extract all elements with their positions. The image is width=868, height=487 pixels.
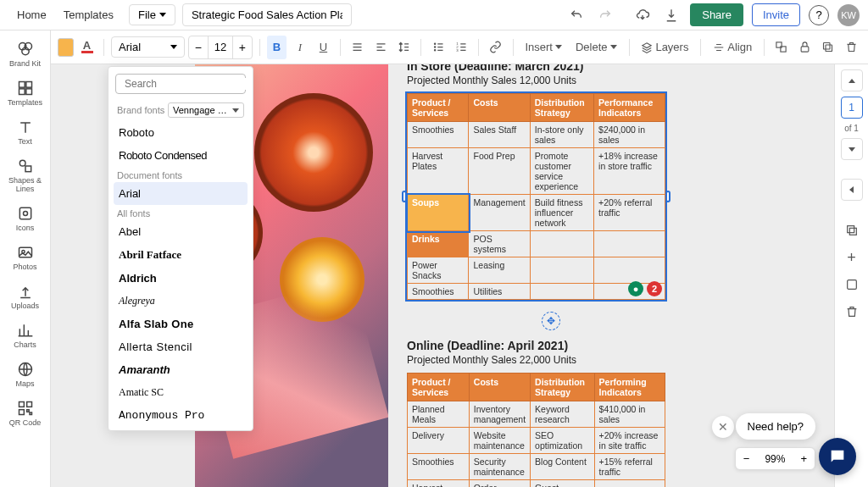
sidebar-qr[interactable]: QR Code	[0, 395, 50, 432]
zoom-in-button[interactable]: +	[793, 448, 815, 469]
td[interactable]: $410,000 in sales	[594, 401, 665, 428]
td[interactable]: +20% increase in site traffic	[594, 428, 665, 454]
td[interactable]: Delivery	[408, 428, 470, 454]
font-option[interactable]: Abel	[108, 220, 253, 243]
font-option[interactable]: Roboto Condensed	[108, 144, 253, 167]
group-icon[interactable]	[771, 36, 791, 59]
help-close-button[interactable]: ✕	[712, 416, 734, 438]
td[interactable]: Planned Meals	[408, 401, 470, 428]
fill-color-swatch[interactable]	[58, 38, 74, 57]
link-icon[interactable]	[486, 36, 505, 59]
sidebar-brand-kit[interactable]: Brand Kit	[0, 36, 50, 73]
td[interactable]: Smoothies	[408, 284, 469, 300]
td[interactable]: Smoothies	[408, 122, 469, 148]
decrease-size-button[interactable]: −	[189, 36, 208, 58]
copy-icon[interactable]	[818, 36, 837, 59]
td[interactable]: Food Prep	[469, 148, 530, 195]
td[interactable]: Management	[469, 195, 530, 231]
td[interactable]: +20% referral traffic	[594, 195, 665, 231]
underline-button[interactable]: U	[314, 36, 333, 59]
td[interactable]: In-store only sales	[530, 122, 593, 148]
sidebar-charts[interactable]: Charts	[0, 317, 50, 354]
td[interactable]: Order management	[469, 480, 530, 488]
help-pill[interactable]: Need help?	[736, 413, 816, 440]
td[interactable]: +15% referral traffic	[594, 454, 665, 480]
td[interactable]	[594, 257, 665, 284]
layers-menu[interactable]: Layers	[636, 37, 693, 57]
td[interactable]: SEO optimization	[531, 428, 594, 454]
zoom-out-button[interactable]: −	[736, 448, 758, 469]
td[interactable]: Sales Staff	[469, 122, 530, 148]
align-horizontal-icon[interactable]	[348, 36, 367, 59]
td[interactable]: Inventory management	[469, 401, 530, 428]
font-option[interactable]: Roboto	[108, 121, 253, 144]
copy-page-button[interactable]	[841, 219, 863, 241]
collapse-rail-button[interactable]	[841, 179, 863, 201]
td-selected[interactable]: Soups	[408, 195, 469, 231]
font-family-dropdown[interactable]: Brand fonts Venngage B… Roboto Roboto Co…	[108, 66, 253, 431]
italic-button[interactable]: I	[290, 36, 309, 59]
table-online[interactable]: Product / ServicesCostsDistribution Stra…	[407, 373, 665, 487]
td[interactable]	[594, 480, 665, 488]
add-page-button[interactable]: +	[841, 246, 863, 268]
font-size-input[interactable]	[208, 36, 233, 58]
lock-icon[interactable]	[795, 36, 815, 59]
td[interactable]: Smoothies	[408, 454, 470, 480]
share-button[interactable]: Share	[690, 3, 743, 26]
brand-kit-select[interactable]: Venngage B…	[168, 102, 244, 118]
sidebar-shapes[interactable]: Shapes & Lines	[0, 152, 50, 198]
font-option[interactable]: Aldrich	[108, 267, 253, 290]
list-number-icon[interactable]: 123	[452, 36, 471, 59]
menu-templates[interactable]: Templates	[55, 3, 122, 26]
chat-fab[interactable]	[819, 438, 856, 475]
font-option[interactable]: Alfa Slab One	[108, 313, 253, 335]
trash-icon[interactable]	[842, 36, 861, 59]
sidebar-maps[interactable]: Maps	[0, 356, 50, 393]
td[interactable]: Drinks	[408, 231, 469, 257]
td[interactable]	[530, 257, 593, 284]
table-instore[interactable]: Product / ServicesCostsDistribution Stra…	[407, 93, 665, 300]
sidebar-text[interactable]: Text	[0, 113, 50, 151]
font-option-selected[interactable]: Arial	[114, 182, 248, 205]
menu-home[interactable]: Home	[8, 3, 55, 26]
increase-size-button[interactable]: +	[233, 36, 252, 58]
font-family-select[interactable]: Arial	[111, 36, 185, 58]
invite-button[interactable]: Invite	[752, 3, 800, 26]
td[interactable]: POS systems	[469, 231, 530, 257]
bold-button[interactable]: B	[267, 36, 287, 59]
align-menu[interactable]: Align	[708, 37, 757, 57]
list-bullet-icon[interactable]	[428, 36, 448, 59]
sidebar-photos[interactable]: Photos	[0, 239, 50, 276]
font-option[interactable]: Allerta Stencil	[108, 335, 253, 358]
td[interactable]: +18% increase in store traffic	[594, 148, 665, 195]
redo-icon[interactable]	[595, 5, 615, 25]
td[interactable]	[594, 231, 665, 257]
text-color-icon[interactable]: A	[77, 36, 97, 59]
user-avatar[interactable]: KW	[837, 4, 860, 26]
td[interactable]: Promote customer service experience	[530, 148, 593, 195]
td[interactable]: Leasing	[469, 257, 530, 284]
download-icon[interactable]	[661, 5, 682, 25]
font-option[interactable]: Abril Fatface	[108, 243, 253, 267]
td[interactable]: Guest Posting	[531, 480, 594, 488]
td[interactable]: Blog Content	[531, 454, 594, 480]
td[interactable]: Website maintenance	[469, 428, 530, 454]
page-settings-button[interactable]	[841, 274, 863, 296]
add-section-button[interactable]: ✥	[542, 312, 560, 330]
td[interactable]: Harvest Plates	[408, 148, 469, 195]
scroll-up-button[interactable]	[841, 69, 863, 91]
font-search-input[interactable]	[125, 78, 252, 90]
cloud-sync-icon[interactable]	[632, 5, 653, 25]
help-icon[interactable]: ?	[809, 5, 829, 25]
td[interactable]: Keyword research	[531, 401, 594, 428]
td[interactable]: Security maintenance	[469, 454, 530, 480]
page-number[interactable]: 1	[841, 97, 863, 119]
undo-icon[interactable]	[566, 5, 587, 25]
td[interactable]: Harvest Plates	[408, 480, 470, 488]
line-height-icon[interactable]	[394, 36, 414, 59]
sidebar-icons[interactable]: Icons	[0, 200, 50, 237]
td[interactable]: $240,000 in sales	[594, 122, 665, 148]
document-title-input[interactable]	[182, 3, 352, 26]
td[interactable]	[530, 284, 593, 300]
menu-file[interactable]: File	[129, 4, 175, 25]
